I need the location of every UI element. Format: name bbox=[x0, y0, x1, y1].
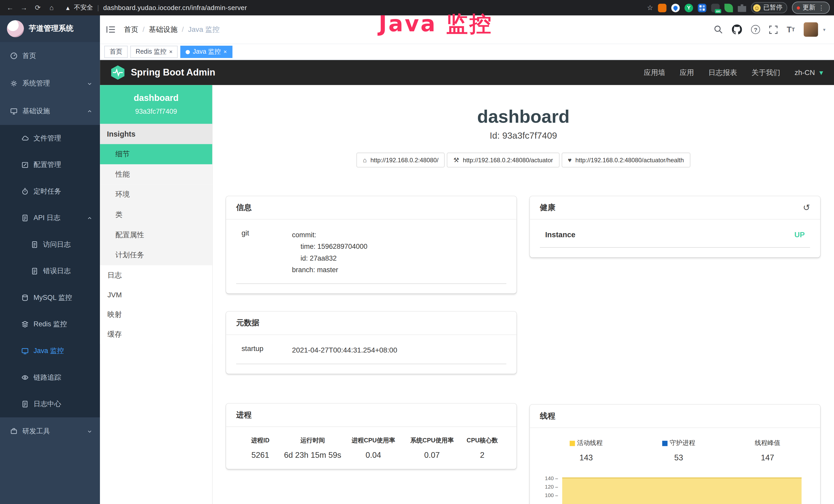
sba-item-caches[interactable]: 缓存 bbox=[100, 324, 212, 344]
search-icon[interactable] bbox=[714, 25, 723, 34]
sba-item-jvm[interactable]: JVM bbox=[100, 285, 212, 305]
sba-locale-select[interactable]: zh-CN ▼ bbox=[794, 69, 824, 76]
breadcrumb-infrastructure[interactable]: 基础设施 bbox=[149, 25, 177, 34]
sidebar-item-trace[interactable]: 链路追踪 bbox=[0, 364, 100, 391]
process-card: 进程 进程ID 5261 运行时间 bbox=[226, 404, 517, 469]
user-caret-icon[interactable]: ▾ bbox=[823, 27, 825, 32]
sidebar-item-home[interactable]: 首页 bbox=[0, 42, 100, 70]
tab-java-monitor[interactable]: Java 监控 × bbox=[180, 46, 232, 58]
process-card-title: 进程 bbox=[236, 410, 251, 420]
sba-item-scheduled-tasks[interactable]: 计划任务 bbox=[100, 245, 212, 266]
chevron-down-icon bbox=[87, 81, 93, 87]
actuator-url-link[interactable]: ⚒ http://192.168.0.2:48080/actuator bbox=[447, 153, 559, 168]
app-logo[interactable]: 芋道管理系统 bbox=[0, 16, 100, 42]
health-url-text: http://192.168.0.2:48080/actuator/health bbox=[575, 157, 684, 163]
git-branch-line: branch: master bbox=[292, 264, 368, 276]
refresh-button[interactable]: ⟳ bbox=[32, 4, 44, 12]
breadcrumb-home[interactable]: 首页 bbox=[124, 25, 138, 34]
security-label: 不安全 bbox=[74, 3, 93, 12]
breadcrumb-separator: / bbox=[142, 25, 145, 33]
chevron-down-icon bbox=[87, 428, 93, 434]
update-label: 更新 bbox=[803, 3, 815, 12]
profile-paused-badge[interactable]: ☺ 已暂停 bbox=[751, 2, 787, 13]
sidebar-item-access-logs[interactable]: 访问日志 bbox=[0, 231, 100, 258]
tab-close-icon[interactable]: × bbox=[223, 49, 227, 55]
sidebar-item-file-mgmt[interactable]: 文件管理 bbox=[0, 125, 100, 152]
sba-item-logs[interactable]: 日志 bbox=[100, 265, 212, 285]
help-icon[interactable]: ? bbox=[751, 25, 760, 34]
document-icon bbox=[21, 214, 29, 222]
ytick-100: 100 bbox=[545, 492, 554, 498]
fullscreen-icon[interactable] bbox=[769, 25, 778, 33]
home-button[interactable]: ⌂ bbox=[46, 4, 58, 12]
sidebar-item-error-logs[interactable]: 错误日志 bbox=[0, 258, 100, 284]
bookmark-star-icon[interactable]: ☆ bbox=[647, 4, 653, 12]
sidebar-item-api-logs[interactable]: API 日志 bbox=[0, 205, 100, 231]
tab-close-icon[interactable]: × bbox=[169, 49, 173, 55]
instance-health-row[interactable]: Instance UP bbox=[540, 229, 810, 248]
sidebar-item-log-center[interactable]: 日志中心 bbox=[0, 391, 100, 417]
sba-instance-header[interactable]: dashboard 93a3fc7f7409 bbox=[100, 85, 212, 124]
sidebar-item-system-mgmt[interactable]: 系统管理 bbox=[0, 70, 100, 97]
sba-item-details[interactable]: 细节 bbox=[100, 144, 212, 164]
sba-nav-about[interactable]: 关于我们 bbox=[751, 68, 780, 77]
on-badge: on bbox=[715, 9, 721, 13]
legend-value: 147 bbox=[755, 453, 780, 462]
sba-brand[interactable]: Spring Boot Admin bbox=[111, 65, 215, 81]
info-card: 信息 git commit: time: 1596289704000 id: 2… bbox=[226, 196, 517, 294]
health-url-link[interactable]: ♥ http://192.168.0.2:48080/actuator/heal… bbox=[562, 153, 690, 168]
url-separator: | bbox=[97, 4, 99, 12]
legend-peak-threads: 线程峰值 147 bbox=[755, 439, 780, 462]
threads-legend: 活动线程 143 守护进程 bbox=[540, 437, 810, 462]
sidebar-toggle-icon[interactable] bbox=[106, 25, 115, 33]
sba-nav-journal[interactable]: 日志报表 bbox=[708, 68, 737, 77]
daemon-threads-swatch bbox=[662, 441, 667, 446]
extension-on-icon[interactable]: on bbox=[711, 3, 720, 12]
sidebar-item-label: 研发工具 bbox=[22, 427, 50, 436]
address-bar[interactable]: ▲ 不安全 | dashboard.yudao.iocoder.cn/infra… bbox=[65, 3, 645, 12]
extensions-puzzle-icon[interactable] bbox=[738, 3, 746, 12]
sba-item-classes[interactable]: 类 bbox=[100, 205, 212, 225]
sidebar-item-infrastructure[interactable]: 基础设施 bbox=[0, 97, 100, 125]
ytick-120: 120 bbox=[545, 484, 554, 490]
tab-home[interactable]: 首页 bbox=[104, 46, 128, 58]
sidebar-item-label: Redis 监控 bbox=[34, 320, 67, 329]
sidebar-item-mysql-monitor[interactable]: MySQL 监控 bbox=[0, 284, 100, 311]
user-avatar[interactable] bbox=[804, 22, 818, 37]
extension-green-icon[interactable]: Y bbox=[684, 3, 693, 12]
git-value: commit: time: 1596289704000 id: 27aa832 … bbox=[292, 229, 368, 276]
sidebar-item-label: Java 监控 bbox=[34, 346, 64, 356]
sidebar-item-java-monitor[interactable]: Java 监控 bbox=[0, 338, 100, 364]
warning-icon: ▲ bbox=[65, 5, 71, 11]
github-icon[interactable] bbox=[732, 24, 742, 35]
extension-orange-icon[interactable] bbox=[658, 3, 666, 12]
update-dot-icon bbox=[797, 6, 800, 9]
sba-item-environment[interactable]: 环境 bbox=[100, 185, 212, 205]
logo-image bbox=[7, 20, 24, 37]
extension-grid-icon[interactable] bbox=[698, 3, 706, 12]
browser-menu-icon[interactable]: ⋮ bbox=[818, 4, 825, 12]
tab-redis-monitor[interactable]: Redis 监控 × bbox=[130, 46, 178, 58]
eye-icon bbox=[21, 374, 29, 381]
back-button[interactable]: ← bbox=[4, 4, 16, 12]
sidebar-item-scheduled-tasks[interactable]: 定时任务 bbox=[0, 178, 100, 205]
sidebar-item-label: 错误日志 bbox=[43, 266, 71, 276]
annotation-overlay: Java 监控 bbox=[379, 9, 492, 39]
forward-button[interactable]: → bbox=[18, 4, 30, 12]
font-size-icon[interactable]: TT bbox=[787, 25, 795, 34]
sba-item-config-props[interactable]: 配置属性 bbox=[100, 225, 212, 245]
startup-label: startup bbox=[236, 345, 292, 357]
sba-item-mappings[interactable]: 映射 bbox=[100, 305, 212, 324]
sba-item-metrics[interactable]: 性能 bbox=[100, 164, 212, 185]
extension-leaf-icon[interactable] bbox=[724, 3, 733, 12]
sba-nav-wallboard[interactable]: 应用墙 bbox=[644, 68, 665, 77]
sidebar-item-config-mgmt[interactable]: 配置管理 bbox=[0, 152, 100, 178]
history-icon[interactable]: ↺ bbox=[803, 203, 810, 212]
sidebar-item-dev-tools[interactable]: 研发工具 bbox=[0, 417, 100, 445]
breadcrumb-current: Java 监控 bbox=[188, 25, 220, 34]
sba-nav-applications[interactable]: 应用 bbox=[680, 68, 694, 77]
extension-drop-icon[interactable] bbox=[671, 3, 680, 12]
update-button[interactable]: 更新 ⋮ bbox=[792, 2, 830, 14]
sidebar-item-redis-monitor[interactable]: Redis 监控 bbox=[0, 311, 100, 338]
service-url-link[interactable]: ⌂ http://192.168.0.2:48080/ bbox=[356, 153, 445, 168]
